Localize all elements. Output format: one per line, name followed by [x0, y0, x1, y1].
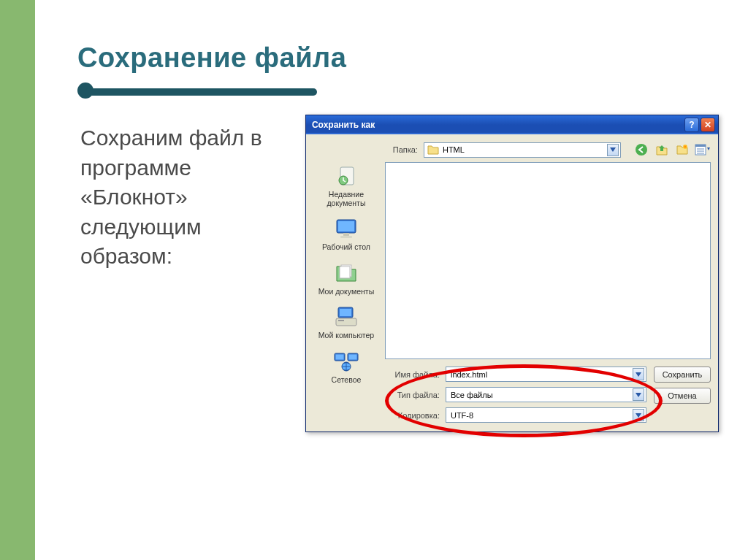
filetype-dropdown[interactable]: Все файлы	[446, 387, 646, 402]
chevron-down-icon	[607, 144, 619, 156]
network-icon	[333, 349, 359, 374]
chevron-down-icon	[633, 368, 644, 380]
slide-title: Сохранение файла	[77, 42, 719, 74]
chevron-down-icon	[633, 388, 644, 401]
svg-rect-10	[336, 318, 356, 326]
places-mycomputer[interactable]: Мой компьютер	[313, 302, 379, 343]
slide-container: Сохранение файла Сохраним файл в програм…	[35, 0, 748, 560]
filename-label: Имя файла:	[385, 370, 440, 379]
places-network-label: Сетевое	[332, 376, 362, 385]
file-list-area[interactable]	[385, 162, 711, 359]
bullet-bar	[85, 88, 317, 96]
svg-rect-7	[340, 266, 350, 278]
places-mydocuments[interactable]: Мои документы	[313, 258, 379, 299]
places-bar: Недавние документы Рабочий стол	[313, 142, 379, 423]
filetype-label: Тип файла:	[385, 391, 440, 399]
close-icon: ✕	[704, 120, 711, 130]
svg-rect-11	[338, 320, 344, 321]
dialog-titlebar[interactable]: Сохранить как ? ✕	[306, 115, 718, 134]
svg-rect-3	[338, 221, 354, 231]
cancel-button[interactable]: Отмена	[654, 388, 711, 404]
svg-rect-5	[340, 236, 352, 238]
close-button[interactable]: ✕	[701, 118, 715, 132]
help-button[interactable]: ?	[684, 118, 699, 132]
places-desktop-label: Рабочий стол	[322, 243, 370, 252]
nav-back-button[interactable]	[633, 142, 649, 158]
places-mydocuments-label: Мои документы	[318, 288, 375, 296]
places-network[interactable]: Сетевое	[313, 346, 379, 388]
svg-rect-20	[695, 145, 706, 147]
nav-newfolder-button[interactable]	[674, 142, 690, 158]
filename-input[interactable]: index.html	[446, 367, 646, 382]
places-mycomputer-label: Мой компьютер	[318, 331, 374, 340]
svg-rect-9	[340, 309, 351, 316]
svg-rect-4	[343, 233, 349, 236]
folder-value: HTML	[443, 145, 603, 154]
svg-rect-13	[335, 354, 343, 359]
desktop-icon	[333, 216, 359, 241]
filename-value: index.html	[451, 370, 633, 379]
nav-up-button[interactable]	[654, 142, 670, 158]
dialog-title: Сохранить как	[312, 120, 375, 130]
help-icon: ?	[689, 120, 694, 130]
nav-viewmenu-button[interactable]	[695, 142, 711, 158]
encoding-dropdown[interactable]: UTF-8	[446, 407, 646, 423]
chevron-down-icon	[633, 409, 644, 421]
filetype-value: Все файлы	[451, 391, 633, 399]
encoding-label: Кодировка:	[385, 411, 440, 420]
title-underline	[77, 87, 719, 94]
slide-accent-strip	[0, 0, 35, 560]
places-recent[interactable]: Недавние документы	[313, 161, 379, 210]
encoding-value: UTF-8	[451, 411, 633, 420]
save-as-dialog: Сохранить как ? ✕	[305, 115, 719, 432]
my-documents-icon	[333, 261, 359, 285]
folder-dropdown[interactable]: HTML	[424, 142, 621, 158]
svg-rect-15	[348, 354, 356, 359]
places-recent-label: Недавние документы	[315, 191, 378, 207]
folder-label: Папка:	[385, 145, 418, 154]
svg-point-17	[636, 144, 647, 156]
folder-icon	[427, 145, 439, 155]
recent-documents-icon	[333, 164, 359, 188]
save-button[interactable]: Сохранить	[654, 367, 711, 383]
places-desktop[interactable]: Рабочий стол	[313, 213, 379, 255]
my-computer-icon	[333, 304, 359, 329]
slide-body-text: Сохраним файл в программе «Блокнот» след…	[77, 115, 295, 272]
